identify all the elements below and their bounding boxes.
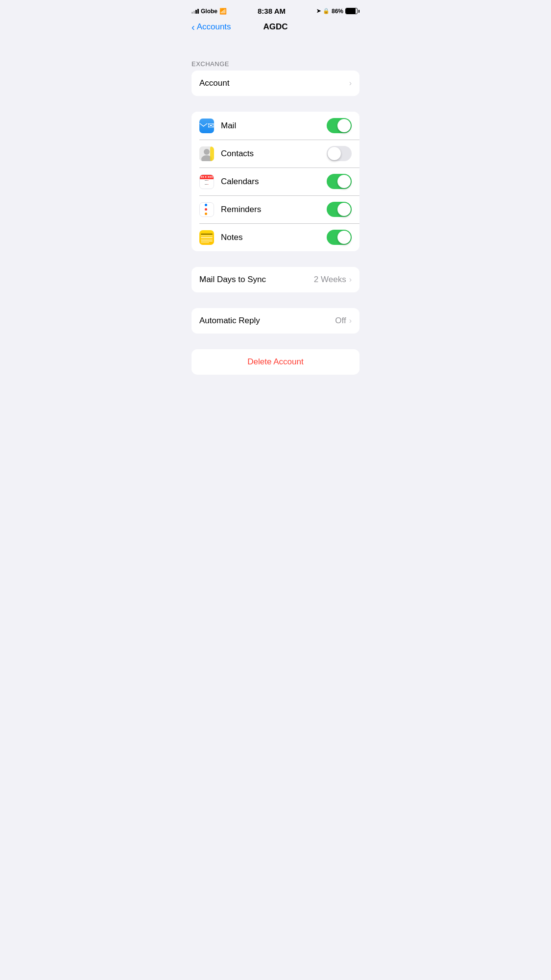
battery-icon xyxy=(345,8,359,14)
auto-reply-row[interactable]: Automatic Reply Off › xyxy=(192,308,359,334)
mail-days-card: Mail Days to Sync 2 Weeks › xyxy=(192,267,359,292)
wifi-icon: 📶 xyxy=(219,8,227,15)
nav-title: AGDC xyxy=(263,22,287,32)
notes-line-2 xyxy=(201,237,213,238)
signal-bar-3 xyxy=(195,10,197,14)
contacts-label: Contacts xyxy=(221,149,327,159)
mail-icon xyxy=(199,122,208,129)
location-icon: ➤ xyxy=(316,8,321,14)
notes-line-4 xyxy=(201,240,213,241)
notes-row: Notes xyxy=(192,223,359,251)
lock-icon: 🔒 xyxy=(323,8,330,14)
back-chevron-icon: ‹ xyxy=(192,22,195,32)
signal-bars xyxy=(192,9,199,14)
notes-icon xyxy=(199,231,214,244)
spacer-6 xyxy=(184,375,367,390)
nav-bar: ‹ Accounts AGDC xyxy=(184,19,367,37)
auto-reply-label: Automatic Reply xyxy=(199,316,335,326)
calendar-month-label: ●● ● ●●● xyxy=(200,175,213,178)
back-label: Accounts xyxy=(197,22,231,32)
battery-fill xyxy=(346,8,356,14)
reminders-toggle-knob xyxy=(337,203,351,216)
mail-app-icon: ✉ xyxy=(199,119,214,133)
account-chevron-icon: › xyxy=(349,79,352,88)
spacer-5 xyxy=(184,334,367,349)
account-card: Account › xyxy=(192,71,359,96)
rem-dot-3 xyxy=(205,213,207,215)
spacer-1 xyxy=(184,37,367,52)
signal-bar-4 xyxy=(197,9,199,14)
status-time: 8:38 AM xyxy=(258,7,286,15)
delete-account-label: Delete Account xyxy=(247,357,303,367)
contacts-row: Contacts xyxy=(192,140,359,167)
rem-dot-1 xyxy=(205,204,207,206)
sync-card: ✉ Mail Contacts ●● ● ●●● • xyxy=(192,112,359,251)
notes-line-5 xyxy=(201,242,209,243)
status-bar: Globe 📶 8:38 AM ➤ 🔒 86% xyxy=(184,0,367,19)
spacer-4 xyxy=(184,292,367,308)
reminders-label: Reminders xyxy=(221,205,327,215)
delete-account-row[interactable]: Delete Account xyxy=(192,349,359,375)
svg-rect-5 xyxy=(210,146,214,161)
calendar-grid: • • • • • • • • • • • • • • xyxy=(204,179,209,189)
contacts-app-icon xyxy=(199,146,214,161)
mail-toggle[interactable] xyxy=(327,118,352,133)
status-left: Globe 📶 xyxy=(192,8,227,15)
account-label: Account xyxy=(199,78,349,88)
mail-letter-icon: ✉ xyxy=(208,121,214,130)
mail-row: ✉ Mail xyxy=(192,112,359,140)
contacts-toggle[interactable] xyxy=(327,146,352,161)
notes-app-icon xyxy=(199,230,214,245)
back-button[interactable]: ‹ Accounts xyxy=(192,22,231,32)
svg-point-3 xyxy=(204,149,210,155)
mail-days-chevron-icon: › xyxy=(349,275,352,284)
reminders-app-icon xyxy=(199,202,214,217)
notes-line-1 xyxy=(201,236,213,237)
signal-bar-1 xyxy=(192,12,193,14)
auto-reply-chevron-icon: › xyxy=(349,316,352,325)
reminders-icon xyxy=(203,202,211,217)
contacts-toggle-knob xyxy=(328,147,341,160)
calendars-toggle-knob xyxy=(337,175,351,188)
calendar-header: ●● ● ●●● xyxy=(200,175,214,179)
spacer-3 xyxy=(184,251,367,267)
signal-bar-2 xyxy=(193,11,195,14)
battery-percent: 86% xyxy=(332,8,343,15)
notes-toggle[interactable] xyxy=(327,230,352,245)
calendars-label: Calendars xyxy=(221,177,327,187)
notes-toggle-knob xyxy=(337,231,351,244)
mail-days-row[interactable]: Mail Days to Sync 2 Weeks › xyxy=(192,267,359,292)
account-row[interactable]: Account › xyxy=(192,71,359,96)
calendars-toggle[interactable] xyxy=(327,174,352,189)
notes-label: Notes xyxy=(221,233,327,242)
spacer-2 xyxy=(184,96,367,112)
mail-label: Mail xyxy=(221,121,327,131)
battery-body xyxy=(345,8,358,14)
auto-reply-card: Automatic Reply Off › xyxy=(192,308,359,334)
notes-line-0 xyxy=(201,234,213,235)
exchange-section-label: EXCHANGE xyxy=(184,52,367,71)
auto-reply-value: Off xyxy=(335,316,346,326)
contacts-icon xyxy=(199,146,214,161)
calendars-row: ●● ● ●●● • • • • • • • • • • • • • • Cal… xyxy=(192,167,359,195)
rem-dot-2 xyxy=(205,208,207,211)
reminders-row: Reminders xyxy=(192,195,359,223)
mail-toggle-knob xyxy=(337,119,351,132)
reminders-toggle[interactable] xyxy=(327,202,352,217)
mail-days-label: Mail Days to Sync xyxy=(199,275,314,285)
carrier-label: Globe xyxy=(201,8,217,15)
mail-days-value: 2 Weeks xyxy=(314,275,346,285)
delete-account-card: Delete Account xyxy=(192,349,359,375)
battery-tip xyxy=(359,10,359,13)
calendars-app-icon: ●● ● ●●● • • • • • • • • • • • • • • xyxy=(199,174,214,189)
status-right: ➤ 🔒 86% xyxy=(316,8,359,15)
notes-line-3 xyxy=(201,239,213,240)
